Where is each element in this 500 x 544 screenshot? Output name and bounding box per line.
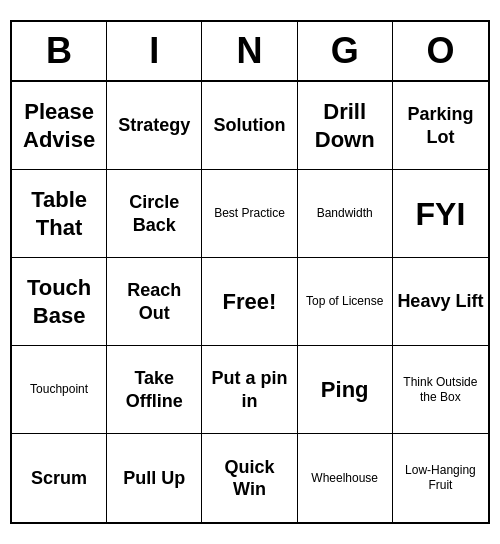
bingo-cell[interactable]: Wheelhouse	[298, 434, 393, 522]
bingo-cell[interactable]: Bandwidth	[298, 170, 393, 258]
bingo-card: BINGO Please AdviseStrategySolutionDrill…	[10, 20, 490, 524]
bingo-cell[interactable]: Please Advise	[12, 82, 107, 170]
bingo-cell[interactable]: Think Outside the Box	[393, 346, 488, 434]
bingo-cell[interactable]: Solution	[202, 82, 297, 170]
header-letter: G	[298, 22, 393, 80]
bingo-cell[interactable]: Quick Win	[202, 434, 297, 522]
bingo-cell[interactable]: Best Practice	[202, 170, 297, 258]
bingo-cell[interactable]: Ping	[298, 346, 393, 434]
bingo-cell[interactable]: Touchpoint	[12, 346, 107, 434]
bingo-cell[interactable]: Reach Out	[107, 258, 202, 346]
bingo-grid: Please AdviseStrategySolutionDrill DownP…	[12, 82, 488, 522]
bingo-cell[interactable]: Drill Down	[298, 82, 393, 170]
header-letter: O	[393, 22, 488, 80]
bingo-cell[interactable]: Pull Up	[107, 434, 202, 522]
bingo-cell[interactable]: Put a pin in	[202, 346, 297, 434]
bingo-cell[interactable]: Scrum	[12, 434, 107, 522]
header-letter: B	[12, 22, 107, 80]
bingo-cell[interactable]: Heavy Lift	[393, 258, 488, 346]
bingo-cell[interactable]: Touch Base	[12, 258, 107, 346]
header-letter: N	[202, 22, 297, 80]
header-letter: I	[107, 22, 202, 80]
bingo-cell[interactable]: Take Offline	[107, 346, 202, 434]
bingo-cell[interactable]: Parking Lot	[393, 82, 488, 170]
bingo-cell[interactable]: Circle Back	[107, 170, 202, 258]
bingo-cell[interactable]: Low-Hanging Fruit	[393, 434, 488, 522]
bingo-cell[interactable]: FYI	[393, 170, 488, 258]
bingo-cell[interactable]: Table That	[12, 170, 107, 258]
bingo-cell[interactable]: Top of License	[298, 258, 393, 346]
bingo-cell[interactable]: Free!	[202, 258, 297, 346]
bingo-cell[interactable]: Strategy	[107, 82, 202, 170]
bingo-header: BINGO	[12, 22, 488, 82]
